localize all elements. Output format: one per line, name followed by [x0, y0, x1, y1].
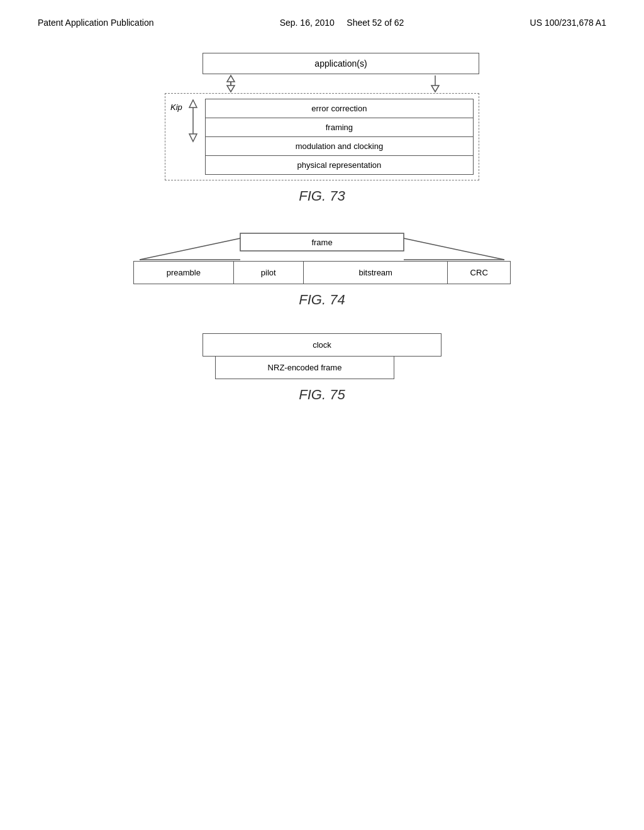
layer-boxes: error correction framing modulation and … [205, 99, 474, 175]
header-sheet: Sheet 52 of 62 [347, 18, 404, 28]
fig75-label: FIG. 75 [0, 387, 644, 403]
fig75-diagram: clock NRZ-encoded frame [203, 333, 441, 379]
header-date: Sep. 16, 2010 [280, 18, 335, 28]
double-arrow-icon [221, 74, 240, 93]
cell-bitstream: bitstream [304, 262, 448, 284]
clock-box: clock [203, 333, 441, 357]
fig73-diagram: application(s) [165, 53, 479, 180]
header-patent-number: US 100/231,678 A1 [530, 18, 606, 28]
svg-marker-8 [189, 134, 197, 141]
svg-marker-4 [431, 86, 439, 92]
cell-pilot: pilot [234, 262, 304, 284]
header-date-sheet: Sep. 16, 2010 Sheet 52 of 62 [280, 18, 404, 28]
fig73-diagram-container: application(s) [0, 53, 644, 180]
header-publication-type: Patent Application Publication [38, 18, 153, 28]
svg-marker-6 [189, 100, 197, 108]
kip-label: Kip [170, 102, 182, 112]
frame-bracket-area: frame [133, 230, 511, 261]
layer-box-physical: physical representation [205, 156, 474, 175]
vertical-double-arrow [186, 99, 200, 143]
layer-box-modulation: modulation and clocking [205, 137, 474, 156]
figure-74-section: frame preamble pilot bitstream [0, 230, 644, 308]
layer-box-error-correction: error correction [205, 99, 474, 118]
svg-marker-0 [227, 75, 235, 82]
svg-text:frame: frame [311, 238, 332, 247]
svg-line-9 [140, 238, 240, 260]
fig75-diagram-container: clock NRZ-encoded frame [0, 333, 644, 379]
page-header: Patent Application Publication Sep. 16, … [0, 0, 644, 34]
figure-73-section: application(s) [0, 53, 644, 204]
outer-dashed-box: Kip error correction [165, 93, 479, 180]
figure-75-section: clock NRZ-encoded frame FIG. 75 [0, 333, 644, 403]
fig74-diagram: frame preamble pilot bitstream [133, 230, 511, 284]
kip-row: Kip error correction [170, 99, 474, 175]
layer-box-framing: framing [205, 118, 474, 137]
nrz-box: NRZ-encoded frame [215, 357, 394, 379]
kip-arrow-area [221, 74, 240, 93]
frame-cells-row: preamble pilot bitstream CRC [133, 261, 511, 284]
right-arrow-icon [429, 74, 441, 93]
svg-marker-2 [227, 86, 235, 92]
svg-line-10 [404, 238, 504, 260]
kip-double-arrow-icon [186, 99, 200, 143]
cell-preamble: preamble [134, 262, 234, 284]
fig74-label: FIG. 74 [0, 292, 644, 308]
fig74-diagram-container: frame preamble pilot bitstream [0, 230, 644, 284]
cell-crc: CRC [448, 262, 510, 284]
application-box: application(s) [203, 53, 479, 74]
fig73-label: FIG. 73 [0, 188, 644, 204]
frame-bracket-svg: frame [133, 230, 511, 261]
